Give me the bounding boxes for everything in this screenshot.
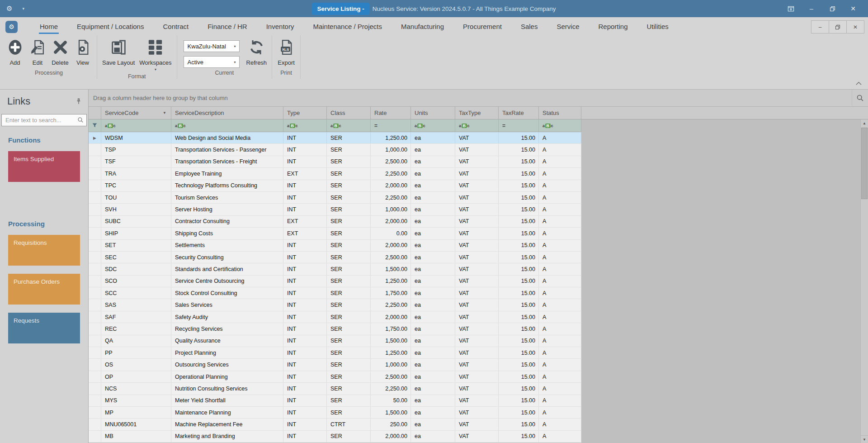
cell-status[interactable]: A: [539, 263, 581, 275]
cell-class[interactable]: SER: [327, 180, 371, 191]
row-indicator[interactable]: [89, 240, 101, 251]
row-indicator[interactable]: [89, 419, 101, 430]
cell-units[interactable]: ea: [411, 287, 455, 299]
cell-type[interactable]: INT: [283, 156, 327, 167]
cell-status[interactable]: A: [539, 144, 581, 155]
sidebar-item-requests[interactable]: Requests: [8, 313, 80, 343]
tab-finance-hr[interactable]: Finance / HR: [198, 17, 257, 35]
cell-units[interactable]: ea: [411, 144, 455, 155]
cell-type[interactable]: INT: [283, 371, 327, 382]
cell-taxrate[interactable]: 15.00: [499, 168, 539, 179]
cell-servicedescription[interactable]: Standards and Certification: [171, 263, 283, 275]
cell-taxrate[interactable]: 15.00: [499, 371, 539, 382]
cell-rate[interactable]: 1,250.00: [371, 347, 411, 358]
row-indicator[interactable]: [89, 395, 101, 406]
cell-servicecode[interactable]: NCS: [101, 383, 171, 394]
cell-servicedescription[interactable]: Quality Assurance: [171, 335, 283, 347]
cell-taxtype[interactable]: VAT: [455, 204, 499, 215]
cell-servicedescription[interactable]: Safety Audity: [171, 311, 283, 323]
cell-units[interactable]: ea: [411, 419, 455, 430]
cell-class[interactable]: SER: [327, 216, 371, 227]
tab-procurement[interactable]: Procurement: [453, 17, 511, 35]
row-indicator[interactable]: [89, 144, 101, 155]
view-button[interactable]: View: [71, 37, 94, 66]
row-indicator[interactable]: [89, 347, 101, 358]
cell-rate[interactable]: 2,500.00: [371, 252, 411, 263]
tab-equipment-locations[interactable]: Equipment / Locations: [67, 17, 153, 35]
cell-taxtype[interactable]: VAT: [455, 180, 499, 191]
column-header-servicedescription[interactable]: ServiceDescription: [171, 107, 283, 119]
cell-servicedescription[interactable]: Project Planning: [171, 347, 283, 358]
cell-units[interactable]: ea: [411, 407, 455, 418]
cell-servicecode[interactable]: OS: [101, 359, 171, 370]
cell-rate[interactable]: 2,000.00: [371, 216, 411, 227]
cell-units[interactable]: ea: [411, 323, 455, 334]
table-row[interactable]: TSFTransportation Services - FreightINTS…: [89, 156, 581, 168]
cell-type[interactable]: INT: [283, 180, 327, 191]
cell-taxtype[interactable]: VAT: [455, 347, 499, 358]
cell-status[interactable]: A: [539, 156, 581, 167]
cell-servicecode[interactable]: SHIP: [101, 228, 171, 239]
cell-status[interactable]: A: [539, 323, 581, 334]
cell-type[interactable]: INT: [283, 132, 327, 143]
cell-rate[interactable]: 2,000.00: [371, 180, 411, 191]
cell-servicedescription[interactable]: Transportation Services - Freight: [171, 156, 283, 167]
row-indicator[interactable]: [89, 228, 101, 239]
cell-class[interactable]: SER: [327, 299, 371, 310]
cell-servicecode[interactable]: TSP: [101, 144, 171, 155]
cell-taxrate[interactable]: 15.00: [499, 335, 539, 347]
cell-servicecode[interactable]: TPC: [101, 180, 171, 191]
table-row[interactable]: MPMaintenance PlanningINTSER1,500.00eaVA…: [89, 407, 581, 419]
row-indicator[interactable]: [89, 168, 101, 179]
cell-taxtype[interactable]: VAT: [455, 168, 499, 179]
chevron-down-icon[interactable]: ▾: [234, 44, 239, 48]
cell-servicedescription[interactable]: Recycling Services: [171, 323, 283, 334]
cell-type[interactable]: EXT: [283, 228, 327, 239]
cell-taxtype[interactable]: VAT: [455, 359, 499, 370]
cell-units[interactable]: ea: [411, 371, 455, 382]
cell-servicecode[interactable]: SET: [101, 240, 171, 251]
cell-type[interactable]: INT: [283, 311, 327, 323]
export-button[interactable]: XLSExport: [275, 37, 297, 66]
doc-restore-button[interactable]: [829, 20, 847, 33]
cell-taxrate[interactable]: 15.00: [499, 144, 539, 155]
cell-class[interactable]: SER: [327, 132, 371, 143]
cell-class[interactable]: SER: [327, 359, 371, 370]
cell-servicedescription[interactable]: Outsourcing Services: [171, 359, 283, 370]
cell-units[interactable]: ea: [411, 395, 455, 406]
cell-servicedescription[interactable]: Maintenance Planning: [171, 407, 283, 418]
column-header-rate[interactable]: Rate: [371, 107, 411, 119]
row-indicator[interactable]: [89, 431, 101, 442]
cell-servicedescription[interactable]: Sales Services: [171, 299, 283, 310]
cell-status[interactable]: A: [539, 383, 581, 394]
vertical-scrollbar[interactable]: ▲ ▼: [860, 119, 868, 443]
app-gear-icon[interactable]: ⚙: [6, 5, 12, 13]
cell-servicecode[interactable]: SAF: [101, 311, 171, 323]
cell-status[interactable]: A: [539, 419, 581, 430]
cell-class[interactable]: SER: [327, 395, 371, 406]
cell-taxrate[interactable]: 15.00: [499, 228, 539, 239]
group-by-panel[interactable]: Drag a column header here to group by th…: [89, 90, 868, 107]
table-row[interactable]: SVHServer HostingINTSER1,000.00eaVAT15.0…: [89, 204, 581, 215]
cell-status[interactable]: A: [539, 180, 581, 191]
cell-class[interactable]: SER: [327, 347, 371, 358]
cell-taxrate[interactable]: 15.00: [499, 192, 539, 203]
cell-taxrate[interactable]: 15.00: [499, 311, 539, 323]
cell-rate[interactable]: 1,000.00: [371, 204, 411, 215]
table-row[interactable]: MYSMeter Yield ShortfallINTSER50.00eaVAT…: [89, 395, 581, 407]
cell-taxtype[interactable]: VAT: [455, 335, 499, 347]
table-row[interactable]: OPOperational PlanningINTSER2,500.00eaVA…: [89, 371, 581, 383]
cell-units[interactable]: ea: [411, 263, 455, 275]
cell-units[interactable]: ea: [411, 228, 455, 239]
cell-servicedescription[interactable]: Settlements: [171, 240, 283, 251]
cell-servicecode[interactable]: SAS: [101, 299, 171, 310]
cell-taxtype[interactable]: VAT: [455, 383, 499, 394]
cell-status[interactable]: A: [539, 168, 581, 179]
table-row[interactable]: SECSecurity ConsultingINTSER2,500.00eaVA…: [89, 252, 581, 263]
cell-taxrate[interactable]: 15.00: [499, 359, 539, 370]
cell-servicecode[interactable]: WDSM: [101, 132, 171, 143]
cell-rate[interactable]: 2,250.00: [371, 192, 411, 203]
table-row[interactable]: SUBCContractor ConsultingEXTSER2,000.00e…: [89, 216, 581, 228]
cell-status[interactable]: A: [539, 192, 581, 203]
cell-rate[interactable]: 2,250.00: [371, 299, 411, 310]
